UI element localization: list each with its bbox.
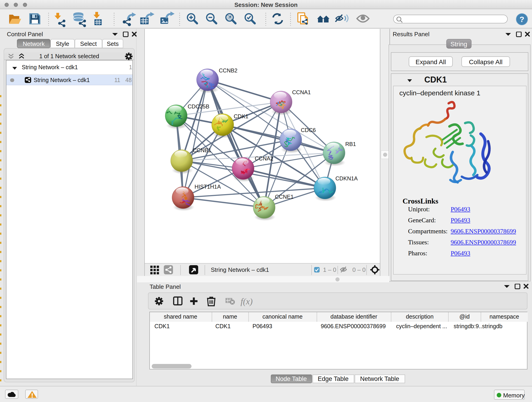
svg-text:CDC25B: CDC25B xyxy=(187,103,209,109)
svg-text:CDC6: CDC6 xyxy=(301,127,316,133)
svg-text:CDKN1A: CDKN1A xyxy=(335,175,357,182)
svg-text:CDK1: CDK1 xyxy=(234,113,248,119)
svg-text:CCNB1: CCNB1 xyxy=(192,147,211,153)
svg-text:1 – 0: 1 – 0 xyxy=(323,266,336,273)
svg-text:CCNE1: CCNE1 xyxy=(275,194,293,200)
svg-text:CCNA2: CCNA2 xyxy=(254,155,273,162)
svg-text:String Network – cdk1: String Network – cdk1 xyxy=(210,266,269,273)
svg-text:0 – 0: 0 – 0 xyxy=(352,266,365,273)
svg-text:CCNA1: CCNA1 xyxy=(292,89,310,95)
svg-text:f(x): f(x) xyxy=(240,296,253,306)
svg-text:CCNB2: CCNB2 xyxy=(219,67,237,74)
svg-text:RB1: RB1 xyxy=(345,141,356,147)
svg-text:HIST1H1A: HIST1H1A xyxy=(194,184,221,190)
